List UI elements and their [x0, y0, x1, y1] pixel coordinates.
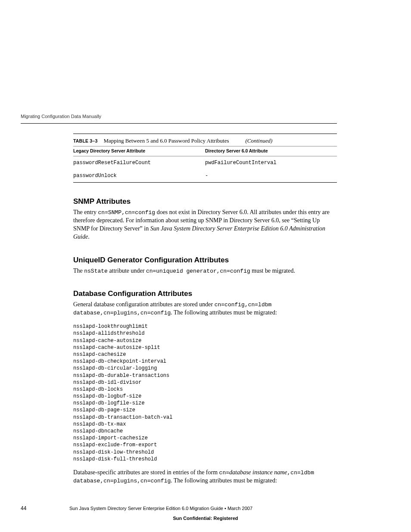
attribute-list: nsslapd-lookthroughlimit nsslapd-allidst… [73, 323, 337, 463]
text: . The following attributes must be migra… [171, 477, 277, 484]
confidentiality-notice: Sun Confidential: Registered [0, 516, 411, 521]
section-heading-database: Database Configuration Attributes [73, 289, 337, 298]
table-caption: Mapping Between 5 and 6.0 Password Polic… [103, 137, 229, 144]
text: attribute under [108, 268, 146, 274]
text: Database-specific attributes are stored … [73, 469, 219, 476]
inline-code: nsState [84, 268, 108, 274]
inline-code: cn= [219, 470, 229, 476]
database-paragraph-2: Database-specific attributes are stored … [73, 469, 337, 485]
inline-code: cn=SNMP,cn=config [98, 209, 156, 216]
cell-v6: - [205, 169, 337, 183]
database-paragraph-1: General database configuration attribute… [73, 301, 337, 317]
section-heading-uniqueid: UniqueID Generator Configuration Attribu… [73, 256, 337, 264]
running-head: Migrating Configuration Data Manually [21, 114, 101, 119]
uniqueid-paragraph: The nsState attribute under cn=uniqueid … [73, 267, 337, 275]
table-continued: (Continued) [246, 137, 273, 144]
content-area: TABLE 3–3 Mapping Between 5 and 6.0 Pass… [73, 134, 337, 487]
table-header-row: Legacy Directory Server Attribute Direct… [73, 146, 337, 156]
text: . The following attributes must be migra… [171, 309, 277, 316]
footer-book-title: Sun Java System Directory Server Enterpr… [69, 506, 252, 511]
cell-legacy: passwordUnlock [73, 169, 205, 183]
table-caption-row: TABLE 3–3 Mapping Between 5 and 6.0 Pass… [73, 134, 337, 146]
snmp-paragraph: The entry cn=SNMP,cn=config does not exi… [73, 208, 337, 241]
text: . [88, 233, 90, 240]
table-row: passwordResetFailureCount pwdFailureCoun… [73, 156, 337, 170]
page-footer: 44 Sun Java System Directory Server Ente… [21, 505, 337, 511]
placeholder-name: database instance name [229, 469, 287, 476]
column-header-legacy: Legacy Directory Server Attribute [73, 146, 205, 156]
page: Migrating Configuration Data Manually TA… [0, 0, 411, 532]
text: must be migrated. [250, 268, 295, 274]
column-header-v6: Directory Server 6.0 Attribute [205, 146, 337, 156]
mapping-table: TABLE 3–3 Mapping Between 5 and 6.0 Pass… [73, 134, 337, 183]
page-number: 44 [21, 505, 68, 511]
table-label: TABLE 3–3 [73, 138, 102, 143]
cell-v6: pwdFailureCountInterval [205, 156, 337, 170]
cell-legacy: passwordResetFailureCount [73, 156, 205, 170]
text: General database configuration attribute… [73, 301, 215, 308]
text: The [73, 268, 84, 274]
text: The entry [73, 209, 98, 215]
inline-code: cn=uniqueid generator,cn=config [146, 268, 250, 274]
table-row: passwordUnlock - [73, 169, 337, 183]
section-heading-snmp: SNMP Attributes [73, 197, 337, 206]
header-rule [21, 123, 337, 124]
